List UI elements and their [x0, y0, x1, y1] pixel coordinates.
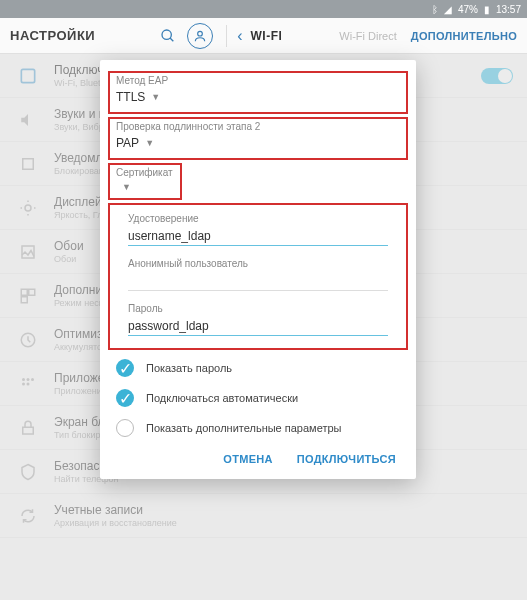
page-title: НАСТРОЙКИ	[10, 28, 95, 43]
cert-select[interactable]: ▼	[116, 180, 174, 194]
more-button[interactable]: ДОПОЛНИТЕЛЬНО	[411, 30, 517, 42]
back-icon[interactable]: ‹	[237, 27, 242, 45]
show-advanced-checkbox[interactable]: Показать дополнительные параметры	[100, 413, 416, 443]
highlight-phase2: Проверка подлинности этапа 2 PAP ▼	[108, 117, 408, 160]
eap-label: Метод EAP	[116, 75, 400, 86]
password-input[interactable]	[128, 317, 388, 336]
check-icon: ✓	[116, 359, 134, 377]
show-password-checkbox[interactable]: ✓ Показать пароль	[100, 353, 416, 383]
wifi-config-dialog: Метод EAP TTLS ▼ Проверка подлинности эт…	[100, 60, 416, 479]
highlight-cert: Сертификат ▼	[108, 163, 182, 200]
phase2-value: PAP	[116, 136, 139, 150]
cert-label: Сертификат	[116, 167, 174, 178]
show-password-label: Показать пароль	[146, 362, 232, 374]
identity-input[interactable]	[128, 227, 388, 246]
auto-connect-checkbox[interactable]: ✓ Подключаться автоматически	[100, 383, 416, 413]
check-icon: ✓	[116, 389, 134, 407]
eap-method-select[interactable]: TTLS ▼	[116, 88, 400, 106]
svg-line-1	[170, 38, 173, 41]
connect-button[interactable]: ПОДКЛЮЧИТЬСЯ	[297, 453, 396, 465]
auto-connect-label: Подключаться автоматически	[146, 392, 298, 404]
search-icon[interactable]	[155, 23, 181, 49]
phase2-select[interactable]: PAP ▼	[116, 134, 400, 152]
eap-value: TTLS	[116, 90, 145, 104]
phase2-label: Проверка подлинности этапа 2	[116, 121, 400, 132]
highlight-credentials: Удостоверение Анонимный пользователь Пар…	[108, 203, 408, 350]
chevron-down-icon: ▼	[145, 138, 154, 148]
chevron-down-icon: ▼	[151, 92, 160, 102]
svg-point-2	[198, 31, 203, 36]
cancel-button[interactable]: ОТМЕНА	[223, 453, 272, 465]
anonymous-input[interactable]	[128, 272, 388, 291]
radio-empty-icon	[116, 419, 134, 437]
svg-point-0	[162, 30, 171, 39]
battery-icon: ▮	[484, 4, 490, 15]
section-title: WI-FI	[251, 29, 283, 43]
divider	[226, 25, 227, 47]
bluetooth-icon: ᛒ	[432, 4, 438, 15]
chevron-down-icon: ▼	[122, 182, 131, 192]
wifi-direct-button[interactable]: Wi-Fi Direct	[339, 30, 396, 42]
wifi-icon: ◢	[444, 4, 452, 15]
anon-label: Анонимный пользователь	[128, 258, 388, 269]
clock: 13:57	[496, 4, 521, 15]
dialog-actions: ОТМЕНА ПОДКЛЮЧИТЬСЯ	[100, 443, 416, 479]
profile-icon[interactable]	[187, 23, 213, 49]
show-advanced-label: Показать дополнительные параметры	[146, 422, 341, 434]
status-bar: ᛒ ◢ 47% ▮ 13:57	[0, 0, 527, 18]
password-label: Пароль	[128, 303, 388, 314]
battery-level: 47%	[458, 4, 478, 15]
highlight-eap: Метод EAP TTLS ▼	[108, 71, 408, 114]
app-bar: НАСТРОЙКИ ‹ WI-FI Wi-Fi Direct ДОПОЛНИТЕ…	[0, 18, 527, 54]
identity-label: Удостоверение	[128, 213, 388, 224]
